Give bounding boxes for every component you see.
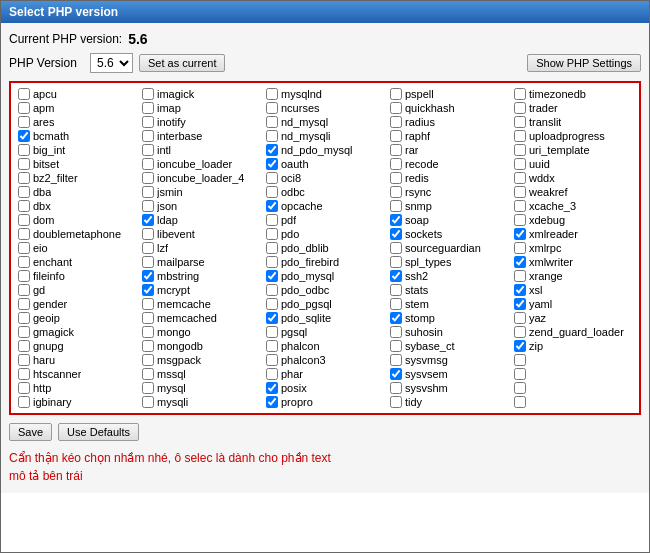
extension-checkbox[interactable] xyxy=(514,382,526,394)
extension-checkbox[interactable] xyxy=(390,326,402,338)
extension-checkbox[interactable] xyxy=(514,88,526,100)
extension-checkbox[interactable] xyxy=(514,284,526,296)
extension-checkbox[interactable] xyxy=(18,256,30,268)
extension-checkbox[interactable] xyxy=(514,368,526,380)
use-defaults-button[interactable]: Use Defaults xyxy=(58,423,139,441)
extension-checkbox[interactable] xyxy=(390,270,402,282)
extension-checkbox[interactable] xyxy=(142,312,154,324)
extension-checkbox[interactable] xyxy=(18,144,30,156)
extension-checkbox[interactable] xyxy=(266,284,278,296)
extension-checkbox[interactable] xyxy=(18,312,30,324)
extension-checkbox[interactable] xyxy=(514,130,526,142)
extension-checkbox[interactable] xyxy=(514,102,526,114)
extension-checkbox[interactable] xyxy=(266,200,278,212)
extension-checkbox[interactable] xyxy=(514,116,526,128)
extension-checkbox[interactable] xyxy=(514,340,526,352)
extension-checkbox[interactable] xyxy=(142,396,154,408)
extension-checkbox[interactable] xyxy=(142,172,154,184)
extension-checkbox[interactable] xyxy=(142,158,154,170)
extension-checkbox[interactable] xyxy=(142,228,154,240)
extension-checkbox[interactable] xyxy=(390,354,402,366)
extension-checkbox[interactable] xyxy=(18,172,30,184)
extension-checkbox[interactable] xyxy=(266,256,278,268)
extension-checkbox[interactable] xyxy=(18,326,30,338)
extension-checkbox[interactable] xyxy=(142,186,154,198)
extension-checkbox[interactable] xyxy=(142,242,154,254)
extension-checkbox[interactable] xyxy=(142,354,154,366)
extension-checkbox[interactable] xyxy=(266,354,278,366)
extension-checkbox[interactable] xyxy=(390,298,402,310)
extension-checkbox[interactable] xyxy=(514,256,526,268)
extension-checkbox[interactable] xyxy=(142,368,154,380)
set-as-current-button[interactable]: Set as current xyxy=(139,54,225,72)
extension-checkbox[interactable] xyxy=(142,88,154,100)
extension-checkbox[interactable] xyxy=(18,158,30,170)
extension-checkbox[interactable] xyxy=(266,158,278,170)
extension-checkbox[interactable] xyxy=(142,326,154,338)
extension-checkbox[interactable] xyxy=(266,242,278,254)
extension-checkbox[interactable] xyxy=(266,340,278,352)
extension-checkbox[interactable] xyxy=(266,270,278,282)
extension-checkbox[interactable] xyxy=(142,200,154,212)
extension-checkbox[interactable] xyxy=(390,144,402,156)
extension-checkbox[interactable] xyxy=(142,102,154,114)
extension-checkbox[interactable] xyxy=(142,130,154,142)
extension-checkbox[interactable] xyxy=(266,102,278,114)
extension-checkbox[interactable] xyxy=(390,382,402,394)
extension-checkbox[interactable] xyxy=(514,144,526,156)
extension-checkbox[interactable] xyxy=(18,396,30,408)
extension-checkbox[interactable] xyxy=(390,130,402,142)
extension-checkbox[interactable] xyxy=(514,396,526,408)
extension-checkbox[interactable] xyxy=(266,368,278,380)
extension-checkbox[interactable] xyxy=(18,270,30,282)
extension-checkbox[interactable] xyxy=(390,88,402,100)
extension-checkbox[interactable] xyxy=(266,130,278,142)
extension-checkbox[interactable] xyxy=(142,214,154,226)
extension-checkbox[interactable] xyxy=(514,242,526,254)
extension-checkbox[interactable] xyxy=(390,102,402,114)
extension-checkbox[interactable] xyxy=(142,144,154,156)
extension-checkbox[interactable] xyxy=(390,158,402,170)
extension-checkbox[interactable] xyxy=(514,200,526,212)
extension-checkbox[interactable] xyxy=(142,284,154,296)
extension-checkbox[interactable] xyxy=(18,242,30,254)
extension-checkbox[interactable] xyxy=(514,186,526,198)
extension-checkbox[interactable] xyxy=(390,228,402,240)
extension-checkbox[interactable] xyxy=(390,256,402,268)
extension-checkbox[interactable] xyxy=(18,368,30,380)
extension-checkbox[interactable] xyxy=(514,172,526,184)
extension-checkbox[interactable] xyxy=(514,312,526,324)
extension-checkbox[interactable] xyxy=(390,200,402,212)
extension-checkbox[interactable] xyxy=(514,158,526,170)
extension-checkbox[interactable] xyxy=(266,228,278,240)
extension-checkbox[interactable] xyxy=(142,298,154,310)
save-button[interactable]: Save xyxy=(9,423,52,441)
extension-checkbox[interactable] xyxy=(18,298,30,310)
extension-checkbox[interactable] xyxy=(18,186,30,198)
extension-checkbox[interactable] xyxy=(142,116,154,128)
extension-checkbox[interactable] xyxy=(514,270,526,282)
extension-checkbox[interactable] xyxy=(266,116,278,128)
extension-checkbox[interactable] xyxy=(18,382,30,394)
extension-checkbox[interactable] xyxy=(266,186,278,198)
extension-checkbox[interactable] xyxy=(266,326,278,338)
extension-checkbox[interactable] xyxy=(514,214,526,226)
extension-checkbox[interactable] xyxy=(390,186,402,198)
extension-checkbox[interactable] xyxy=(390,340,402,352)
extension-checkbox[interactable] xyxy=(18,214,30,226)
extension-checkbox[interactable] xyxy=(18,88,30,100)
extension-checkbox[interactable] xyxy=(266,396,278,408)
extension-checkbox[interactable] xyxy=(514,298,526,310)
extension-checkbox[interactable] xyxy=(514,354,526,366)
extension-checkbox[interactable] xyxy=(266,214,278,226)
extension-checkbox[interactable] xyxy=(142,382,154,394)
extension-checkbox[interactable] xyxy=(390,284,402,296)
extension-checkbox[interactable] xyxy=(18,284,30,296)
extension-checkbox[interactable] xyxy=(390,396,402,408)
extension-checkbox[interactable] xyxy=(266,88,278,100)
extension-checkbox[interactable] xyxy=(18,340,30,352)
extension-checkbox[interactable] xyxy=(514,326,526,338)
version-select[interactable]: 5.67.07.17.27.37.48.08.1 xyxy=(90,53,133,73)
extension-checkbox[interactable] xyxy=(18,102,30,114)
extension-checkbox[interactable] xyxy=(390,214,402,226)
